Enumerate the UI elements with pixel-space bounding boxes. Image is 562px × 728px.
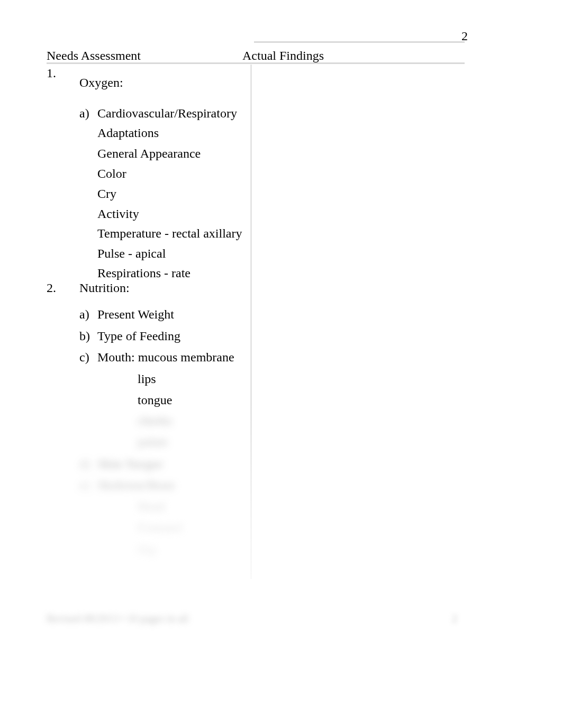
line-respirations: Respirations - rate: [97, 266, 191, 281]
line-skeleton-bone: Skeleton/Bone: [97, 478, 175, 493]
header-divider-top-right: [254, 41, 465, 43]
document-page: 2 Needs Assessment Actual Findings 1. Ox…: [0, 0, 562, 728]
section-title-nutrition: Nutrition:: [79, 280, 130, 296]
line-type-of-feeding: Type of Feeding: [97, 329, 180, 344]
blurred-content-region: cheeks palate d) Skin Turgor e) Skeleton…: [47, 412, 253, 581]
subsection-letter: d): [79, 457, 90, 471]
subline-fontanel: Fontanel: [138, 521, 182, 535]
subsection-letter: c): [79, 350, 95, 365]
subline-cheeks: cheeks: [138, 414, 172, 428]
line-adaptations: Adaptations: [97, 125, 159, 141]
subsection-letter: b): [79, 329, 95, 344]
line-present-weight: Present Weight: [97, 307, 174, 322]
line-general-appearance: General Appearance: [97, 146, 201, 161]
subline-tongue: tongue: [138, 393, 172, 408]
line-pulse: Pulse - apical: [97, 246, 166, 261]
column-headers: Needs Assessment Actual Findings: [47, 49, 514, 63]
subline-head: Head: [138, 499, 165, 514]
line-skin-turgor: Skin Turgor: [97, 457, 164, 471]
line-temperature: Temperature - rectal axillary: [97, 226, 242, 241]
header-underline-right: [250, 62, 465, 64]
line-color: Color: [97, 166, 126, 181]
subline-lips: lips: [138, 371, 156, 387]
section-title-oxygen: Oxygen:: [79, 75, 123, 90]
subline-palate: palate: [138, 435, 168, 449]
needs-assessment-heading: Needs Assessment: [47, 49, 242, 63]
subsection-letter: a): [79, 307, 95, 322]
line-activity: Activity: [97, 206, 139, 222]
footer-text: Revised 08/2013 • 10 pages in all: [47, 613, 465, 625]
line-cry: Cry: [97, 186, 116, 202]
footer-page-number: 2: [452, 613, 457, 625]
section-number: 2.: [47, 280, 62, 296]
subline-hip: Hip: [138, 543, 157, 557]
header-underline-left: [47, 62, 250, 64]
line-mouth: Mouth: mucous membrane: [97, 350, 234, 365]
subsection-letter: a): [79, 106, 95, 121]
subsection-letter: e): [79, 478, 89, 493]
actual-findings-heading: Actual Findings: [242, 49, 324, 63]
line-cardio-respiratory: Cardiovascular/Respiratory: [97, 106, 237, 121]
section-number: 1.: [47, 66, 62, 81]
